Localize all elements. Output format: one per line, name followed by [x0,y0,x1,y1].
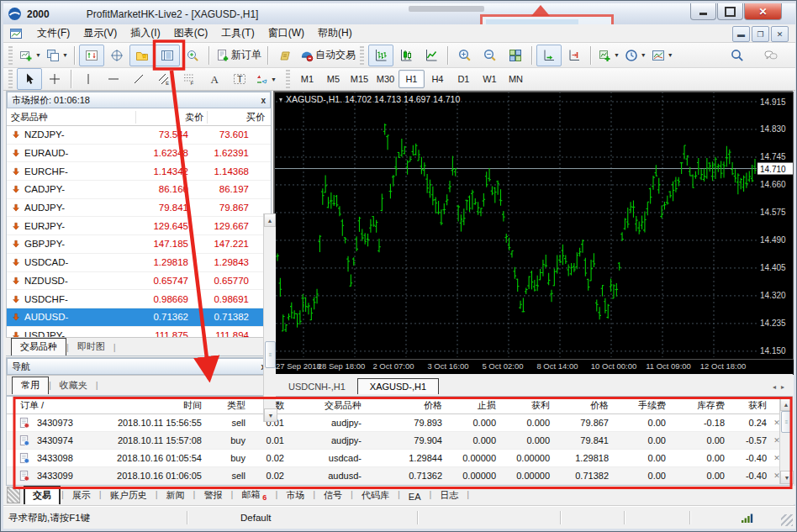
market-watch-row[interactable]: CADJPY- 86.160 86.197 [7,181,271,199]
timeframe-m5[interactable]: M5 [320,70,346,88]
new-chart-button[interactable]: ▼ [17,45,44,66]
search-button[interactable] [725,45,750,66]
chevron-down-icon[interactable]: ▼ [62,52,68,58]
tile-windows-button[interactable] [503,45,528,66]
close-button[interactable]: ✕ [744,3,782,20]
indicators-button[interactable]: ▼ [595,45,622,66]
tab-scroll-arrows-icon[interactable]: ◂▸ [773,383,789,391]
market-watch-row[interactable]: EURJPY- 129.645 129.667 [7,217,271,235]
chevron-down-icon[interactable]: ▼ [271,76,277,82]
market-watch-scrollbar[interactable]: ▲ ≡ ▼ [263,213,276,422]
scrollbar-thumb[interactable]: ≡ [265,341,276,368]
scroll-up-icon[interactable]: ▲ [264,213,276,227]
timeframe-h4[interactable]: H4 [425,70,451,88]
chart-candles-button[interactable] [393,45,419,66]
tab-0[interactable]: 交易品种 [11,338,66,356]
timeframe-m1[interactable]: M1 [294,70,320,88]
chat-button[interactable] [758,45,784,66]
maximize-button[interactable] [717,3,743,20]
order-row[interactable]: 34309742018.10.11 15:57:08buy0.01audjpy-… [7,432,792,450]
column-bid[interactable]: 卖价 [135,111,207,124]
order-column-7[interactable]: 获利 [501,399,555,412]
new-order-button[interactable]: 新订单 [214,45,264,66]
mdi-minimize-button[interactable]: ▬ [732,26,750,42]
terminal-tab-10[interactable]: 日志 [432,487,466,504]
close-icon[interactable]: x [261,96,266,105]
zoom-out-button[interactable] [478,45,503,66]
price-chart[interactable]: 14.91514.83014.74514.66014.57514.49014.4… [274,92,794,375]
column-ask[interactable]: 买价 [207,111,268,124]
terminal-tab-6[interactable]: 市场 [278,487,312,504]
timeframe-m30[interactable]: M30 [372,70,398,88]
scroll-down-icon[interactable]: ▼ [264,408,277,422]
terminal-tab-7[interactable]: 信号 [316,487,350,504]
order-column-9[interactable]: 手续费 [614,399,671,412]
chevron-down-icon[interactable]: ▼ [35,52,41,58]
menu-item-1[interactable]: 显示(V) [77,24,124,42]
periods-button[interactable]: ▼ [622,45,649,66]
timeframe-mn[interactable]: MN [503,70,529,88]
column-symbol[interactable]: 交易品种 [7,111,135,124]
scrollbar-thumb[interactable]: ≡ [781,411,792,433]
timeframe-h1[interactable]: H1 [398,70,425,88]
timeframe-d1[interactable]: D1 [451,70,477,88]
order-column-0[interactable]: 订单 / [18,399,89,412]
order-column-10[interactable]: 库存费 [671,399,730,412]
scripts-button[interactable] [272,45,298,66]
channel-tool-button[interactable]: E [151,68,177,90]
toolbar-grip[interactable] [286,70,290,88]
crosshair-tool-button[interactable] [42,68,67,90]
menu-item-3[interactable]: 图表(C) [167,24,215,42]
label-tool-button[interactable]: T [227,68,252,90]
auto-scroll-button[interactable] [536,45,562,66]
chart-tab-1[interactable]: XAGUSD-,H1 [357,378,439,394]
fibo-tool-button[interactable]: F [177,68,202,90]
market-watch-row[interactable]: GBPJPY- 147.185 147.221 [7,235,271,254]
chart-window[interactable]: 14.91514.83014.74514.66014.57514.49014.4… [273,91,793,374]
chart-line-button[interactable] [419,45,444,66]
navigator-button[interactable] [129,45,155,66]
chart-bars-button[interactable] [368,45,393,66]
market-watch-row[interactable]: EURCHF- 1.14342 1.14368 [7,162,271,181]
menu-item-4[interactable]: 工具(T) [214,24,261,42]
menu-item-5[interactable]: 窗口(W) [261,24,311,42]
minimize-button[interactable] [690,3,716,20]
resize-grip[interactable] [781,514,793,526]
auto-trading-button[interactable]: 自动交易 [298,45,358,66]
profiles-button[interactable]: ▼ [44,45,71,66]
chart-shift-button[interactable] [562,45,587,66]
market-watch-row[interactable]: USDCAD- 1.29818 1.29843 [7,254,271,272]
strategy-tester-button[interactable] [180,45,205,66]
terminal-tab-1[interactable]: 展示 [65,487,98,504]
terminal-scrollbar[interactable]: ▲ ≡ ▼ [779,398,792,484]
terminal-tab-4[interactable]: 警报 [196,487,230,504]
order-column-11[interactable]: 获利 [730,399,772,412]
scroll-down-icon[interactable]: ▼ [780,471,794,484]
mdi-restore-button[interactable]: ❐ [752,26,769,42]
timeframe-m15[interactable]: M15 [346,70,372,88]
order-column-1[interactable]: 时间 [89,399,207,412]
shapes-tool-button[interactable]: ▼ [252,68,279,90]
order-row[interactable]: 34330992018.10.16 01:06:05sell0.02audusd… [7,467,792,485]
market-watch-row[interactable]: EURAUD- 1.62348 1.62391 [7,145,271,163]
order-column-6[interactable]: 止损 [447,399,501,412]
order-column-5[interactable]: 价格 [367,399,447,412]
chevron-down-icon[interactable]: ▼ [641,52,647,58]
menu-item-0[interactable]: 文件(F) [30,24,77,42]
terminal-tab-0[interactable]: 交易 [24,486,61,504]
vline-tool-button[interactable] [76,68,101,90]
cursor-button[interactable] [17,68,42,90]
order-column-2[interactable]: 类型 [207,399,251,412]
order-column-8[interactable]: 价格 [555,399,614,412]
text-tool-button[interactable]: A [202,68,227,90]
status-profile[interactable]: Default [188,513,417,523]
market-watch-row[interactable]: AUDJPY- 79.841 79.867 [7,199,271,218]
market-watch-row[interactable]: USDCHF- 0.98669 0.98691 [7,290,271,308]
order-row[interactable]: 34309732018.10.11 15:56:55sell0.01audjpy… [7,414,792,432]
hline-tool-button[interactable] [101,68,126,90]
mdi-close-button[interactable]: ✕ [771,26,789,42]
terminal-tab-9[interactable]: EA [401,490,429,504]
templates-button[interactable]: ▼ [649,45,676,66]
menu-item-2[interactable]: 插入(I) [124,24,166,42]
toolbar-grip[interactable] [360,46,364,65]
